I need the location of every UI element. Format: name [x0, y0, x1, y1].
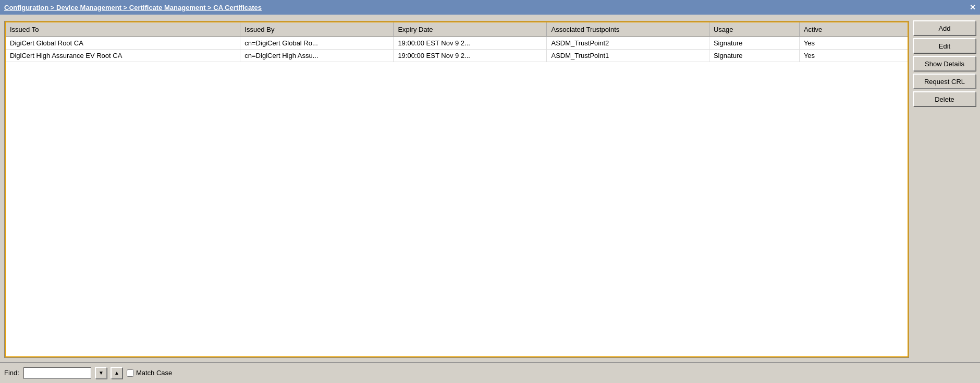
cell-issued_by-0: cn=DigiCert Global Ro...: [240, 37, 394, 50]
table-row[interactable]: DigiCert High Assurance EV Root CAcn=Dig…: [6, 50, 908, 62]
find-input[interactable]: [23, 367, 91, 379]
nav-up-button[interactable]: ▲: [111, 367, 123, 379]
cell-issued_by-1: cn=DigiCert High Assu...: [240, 50, 394, 62]
request-crl-button[interactable]: Request CRL: [913, 74, 976, 89]
cell-usage-0: Signature: [709, 37, 799, 50]
cell-associated_trustpoints-0: ASDM_TrustPoint2: [547, 37, 709, 50]
cell-issued_to-0: DigiCert Global Root CA: [6, 37, 240, 50]
cell-expiry_date-1: 19:00:00 EST Nov 9 2...: [394, 50, 547, 62]
show-details-button[interactable]: Show Details: [913, 56, 976, 71]
edit-button[interactable]: Edit: [913, 39, 976, 53]
col-header-expiry-date: Expiry Date: [394, 22, 547, 37]
cell-associated_trustpoints-1: ASDM_TrustPoint1: [547, 50, 709, 62]
add-button[interactable]: Add: [913, 21, 976, 35]
close-button[interactable]: ✕: [970, 3, 976, 11]
cell-active-1: Yes: [799, 50, 908, 62]
cell-active-0: Yes: [799, 37, 908, 50]
table-inner: Issued To Issued By Expiry Date Associat…: [5, 21, 909, 357]
title-bar: Configuration > Device Management > Cert…: [0, 0, 980, 15]
match-case-label: Match Case: [136, 369, 172, 377]
bottom-bar: Find: ▼ ▲ Match Case: [0, 362, 980, 383]
cell-usage-1: Signature: [709, 50, 799, 62]
certificates-table: Issued To Issued By Expiry Date Associat…: [6, 22, 908, 62]
nav-down-button[interactable]: ▼: [95, 367, 107, 379]
cell-expiry_date-0: 19:00:00 EST Nov 9 2...: [394, 37, 547, 50]
delete-button[interactable]: Delete: [913, 92, 976, 106]
breadcrumb[interactable]: Configuration > Device Management > Cert…: [4, 4, 262, 11]
col-header-issued-to: Issued To: [6, 22, 240, 37]
main-content: Issued To Issued By Expiry Date Associat…: [0, 15, 980, 362]
buttons-panel: Add Edit Show Details Request CRL Delete: [913, 21, 976, 358]
find-label: Find:: [4, 369, 19, 377]
table-header-row: Issued To Issued By Expiry Date Associat…: [6, 22, 908, 37]
col-header-active: Active: [799, 22, 908, 37]
match-case-area: Match Case: [127, 369, 172, 377]
table-row[interactable]: DigiCert Global Root CAcn=DigiCert Globa…: [6, 37, 908, 50]
col-header-usage: Usage: [709, 22, 799, 37]
match-case-checkbox[interactable]: [127, 369, 134, 377]
table-container: Issued To Issued By Expiry Date Associat…: [4, 21, 909, 358]
col-header-issued-by: Issued By: [240, 22, 394, 37]
col-header-associated-trustpoints: Associated Trustpoints: [547, 22, 709, 37]
cell-issued_to-1: DigiCert High Assurance EV Root CA: [6, 50, 240, 62]
table-panel: Issued To Issued By Expiry Date Associat…: [4, 21, 909, 358]
